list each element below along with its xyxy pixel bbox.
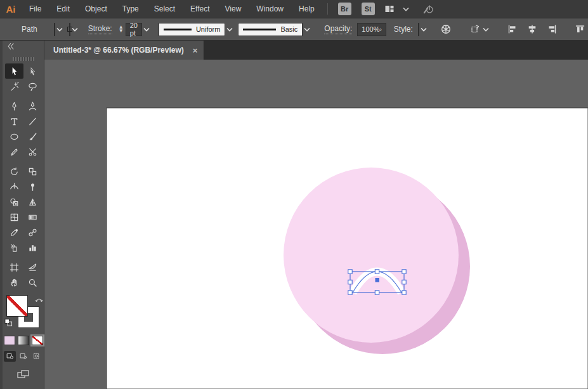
stroke-weight-label[interactable]: Stroke: bbox=[88, 24, 112, 34]
swap-fill-stroke-icon[interactable] bbox=[35, 294, 43, 305]
shaper-tool[interactable] bbox=[5, 144, 23, 159]
change-screen-mode-icon[interactable] bbox=[16, 369, 30, 382]
selection-handle[interactable] bbox=[348, 270, 352, 274]
type-tool[interactable] bbox=[5, 114, 23, 129]
selection-center-point[interactable] bbox=[376, 278, 380, 282]
pen-icon bbox=[10, 102, 19, 111]
none-button[interactable] bbox=[32, 336, 43, 345]
symbol-sprayer-tool[interactable] bbox=[5, 240, 23, 255]
default-fill-stroke-icon[interactable] bbox=[4, 318, 13, 329]
selection-handle[interactable] bbox=[402, 291, 406, 294]
collapse-panel-icon[interactable] bbox=[6, 42, 15, 53]
none-fill-indicator bbox=[7, 296, 27, 316]
paintbrush-tool[interactable] bbox=[23, 129, 42, 144]
menu-file[interactable]: File bbox=[22, 0, 49, 18]
curvature-tool[interactable] bbox=[23, 98, 42, 114]
canvas-area[interactable] bbox=[44, 60, 588, 389]
menu-window[interactable]: Window bbox=[249, 0, 291, 18]
touch-power-icon[interactable] bbox=[422, 3, 434, 15]
selection-handle[interactable] bbox=[348, 280, 352, 284]
align-left-icon[interactable] bbox=[507, 24, 518, 34]
gradient-tool[interactable] bbox=[23, 209, 42, 225]
transform-options-icon[interactable] bbox=[469, 24, 481, 34]
document-tab[interactable]: Untitled-3* @ 66.67% (RGB/Preview) × bbox=[44, 41, 204, 60]
lasso-tool[interactable] bbox=[23, 79, 42, 94]
stock-button[interactable]: St bbox=[362, 3, 375, 15]
selection-tool[interactable] bbox=[5, 63, 23, 79]
menu-effect[interactable]: Effect bbox=[183, 0, 217, 18]
stroke-weight-stepper[interactable]: ▲▼ bbox=[119, 25, 124, 33]
style-chevron-icon[interactable] bbox=[421, 23, 427, 36]
fill-proxy-swatch[interactable] bbox=[6, 295, 28, 317]
menu-help[interactable]: Help bbox=[291, 0, 322, 18]
style-swatch[interactable] bbox=[418, 23, 419, 36]
width-profile-chevron-icon[interactable] bbox=[226, 23, 233, 36]
selection-handle[interactable] bbox=[375, 270, 379, 274]
illustrator-logo: Ai bbox=[0, 4, 22, 15]
brush-chevron-icon[interactable] bbox=[304, 23, 310, 36]
width-profile-dropdown[interactable]: Uniform bbox=[159, 23, 226, 36]
line-segment-tool[interactable] bbox=[23, 114, 42, 129]
opacity-label[interactable]: Opacity: bbox=[324, 24, 352, 34]
direct-selection-tool[interactable] bbox=[23, 63, 42, 79]
selection-type-label: Path bbox=[22, 25, 37, 34]
eyedropper-tool[interactable] bbox=[5, 225, 23, 240]
selection-icon bbox=[10, 67, 19, 76]
selection-handle[interactable] bbox=[348, 291, 352, 294]
menu-object[interactable]: Object bbox=[77, 0, 115, 18]
ball-circle[interactable] bbox=[284, 168, 459, 343]
draw-normal-button[interactable] bbox=[4, 351, 16, 362]
recolor-artwork-icon[interactable] bbox=[440, 23, 452, 35]
brush-dropdown[interactable]: Basic bbox=[238, 23, 303, 36]
blend-tool[interactable] bbox=[23, 225, 42, 240]
fill-color-swatch[interactable] bbox=[54, 23, 55, 36]
opacity-value-field[interactable]: 100% › bbox=[357, 23, 386, 36]
shape-builder-tool[interactable] bbox=[5, 194, 23, 209]
hand-tool[interactable] bbox=[5, 275, 23, 290]
slice-tool[interactable] bbox=[23, 260, 42, 275]
chevron-down-icon[interactable] bbox=[403, 7, 409, 11]
pen-tool[interactable] bbox=[5, 98, 23, 114]
stroke-chevron-icon[interactable] bbox=[72, 23, 78, 36]
draw-inside-button[interactable] bbox=[30, 351, 42, 362]
selection-handle[interactable] bbox=[402, 280, 406, 284]
align-top-icon[interactable] bbox=[575, 24, 585, 34]
zoom-tool[interactable] bbox=[23, 275, 42, 290]
bridge-button[interactable]: Br bbox=[338, 3, 351, 15]
transform-chevron-icon[interactable] bbox=[483, 27, 489, 32]
align-center-icon[interactable] bbox=[526, 24, 537, 34]
mesh-tool[interactable] bbox=[5, 209, 23, 225]
menu-bar: Ai FileEditObjectTypeSelectEffectViewWin… bbox=[0, 0, 588, 18]
ellipse-tool[interactable] bbox=[5, 129, 23, 144]
scissors-icon bbox=[28, 147, 37, 157]
artboard-tool[interactable] bbox=[5, 260, 23, 275]
menu-edit[interactable]: Edit bbox=[49, 0, 77, 18]
menu-type[interactable]: Type bbox=[115, 0, 147, 18]
workspace-layout-icon[interactable] bbox=[384, 4, 395, 14]
selection-handle[interactable] bbox=[375, 291, 379, 294]
selection-handle[interactable] bbox=[402, 270, 406, 274]
puppet-warp-tool[interactable] bbox=[23, 179, 42, 194]
draw-behind-button[interactable] bbox=[17, 351, 29, 362]
perspective-grid-tool[interactable] bbox=[23, 194, 42, 209]
width-tool[interactable] bbox=[5, 179, 23, 194]
gradient-button[interactable] bbox=[18, 336, 29, 345]
opacity-expander-icon[interactable]: › bbox=[379, 26, 381, 33]
tools-panel-grip[interactable] bbox=[13, 57, 34, 61]
paintbrush-icon bbox=[28, 132, 37, 142]
fill-chevron-icon[interactable] bbox=[56, 23, 63, 36]
stroke-weight-value[interactable]: 20 pt bbox=[126, 23, 142, 36]
opacity-value: 100% bbox=[362, 25, 379, 33]
menu-select[interactable]: Select bbox=[147, 0, 183, 18]
scale-tool[interactable] bbox=[23, 164, 42, 179]
menu-view[interactable]: View bbox=[218, 0, 249, 18]
scissors-tool[interactable] bbox=[23, 144, 42, 159]
rotate-tool[interactable] bbox=[5, 164, 23, 179]
stroke-weight-chevron-icon[interactable] bbox=[143, 23, 150, 36]
stroke-color-swatch[interactable] bbox=[69, 23, 70, 36]
column-graph-tool[interactable] bbox=[23, 240, 42, 255]
magic-wand-tool[interactable] bbox=[5, 79, 23, 94]
tab-close-icon[interactable]: × bbox=[193, 46, 198, 55]
color-button[interactable] bbox=[4, 336, 15, 345]
align-right-icon[interactable] bbox=[546, 24, 557, 34]
